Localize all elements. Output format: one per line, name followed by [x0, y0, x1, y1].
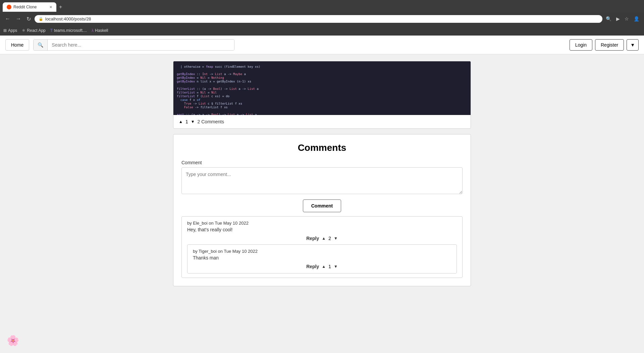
- reply-button[interactable]: Reply: [306, 236, 319, 241]
- comment-author-name: Ele_boi: [193, 221, 207, 226]
- code-line: getByIndex = Nil = Nothing: [177, 76, 467, 79]
- comment-meta: by Ele_boi on Tue May 10 2022: [187, 221, 457, 226]
- comment-actions: Reply ▲ 2 ▼: [187, 236, 457, 241]
- extensions-button[interactable]: ▶: [615, 15, 621, 22]
- new-tab-button[interactable]: +: [56, 3, 65, 11]
- bookmark-apps[interactable]: ⊞ Apps: [3, 28, 17, 33]
- vote-count: 1: [185, 119, 188, 124]
- post-card: | otherwise = fmap succ (findElement key…: [173, 61, 471, 129]
- post-image: | otherwise = fmap succ (findElement key…: [173, 61, 471, 115]
- teams-icon: T: [50, 28, 53, 33]
- code-line: filterList :: (a -> Bool) -> List a -> L…: [177, 87, 467, 91]
- nested-downvote-button[interactable]: ▼: [334, 264, 338, 269]
- code-screenshot: | otherwise = fmap succ (findElement key…: [173, 61, 471, 115]
- user-dropdown-button[interactable]: ▼: [627, 39, 639, 51]
- back-button[interactable]: ←: [3, 15, 12, 22]
- bookmark-teams[interactable]: T teams.microsoft....: [50, 28, 87, 33]
- lock-icon: 🔒: [39, 17, 43, 21]
- code-line: [177, 83, 467, 87]
- active-tab[interactable]: Reddit Clone ✕: [3, 2, 56, 12]
- profile-button[interactable]: 👤: [632, 15, 641, 22]
- code-line: case f x of: [177, 98, 467, 102]
- code-line: True -> List c $ filterList f xs: [177, 102, 467, 105]
- comment-label: Comment: [181, 160, 463, 165]
- comment-submit-button[interactable]: Comment: [303, 199, 341, 212]
- tab-title: Reddit Clone: [13, 5, 37, 9]
- reload-button[interactable]: ↻: [25, 15, 33, 23]
- comment-textarea[interactable]: [181, 167, 463, 194]
- reply-actions: Reply ▲ 1 ▼: [193, 264, 451, 269]
- haskell-icon: λ: [92, 28, 94, 33]
- app-header: Home 🔍 Login Register ▼: [0, 36, 644, 54]
- comment-author: by: [187, 221, 193, 226]
- search-input[interactable]: [48, 40, 234, 50]
- code-line: sort :: (a -> a -> Bool) -> List a -> Li…: [177, 113, 467, 115]
- comments-title: Comments: [181, 142, 463, 153]
- reply-author-name: Tiger_boi: [199, 249, 217, 254]
- nested-vote-count: 1: [328, 264, 331, 269]
- search-button[interactable]: 🔍: [34, 40, 48, 50]
- nested-reply-button[interactable]: Reply: [306, 264, 319, 269]
- browser-tabs: Reddit Clone ✕ +: [0, 0, 644, 12]
- code-line: getByIndex n list x = getByIndex (n-1) x…: [177, 80, 467, 83]
- bookmark-button[interactable]: ☆: [623, 15, 630, 22]
- auth-buttons: Login Register ▼: [570, 39, 639, 51]
- comment-count: 2 Comments: [198, 119, 224, 124]
- comment-date: Tue May 10 2022: [215, 221, 249, 226]
- browser-controls: ← → ↻ 🔒 localhost:4000/posts/28 🔍 ▶ ☆ 👤: [0, 12, 644, 25]
- comment-upvote-button[interactable]: ▲: [322, 236, 326, 241]
- comments-card: Comments Comment Comment by Ele_boi on T…: [173, 134, 471, 286]
- tab-favicon: [7, 5, 11, 9]
- forward-button[interactable]: →: [14, 15, 23, 22]
- tab-close-button[interactable]: ✕: [49, 5, 52, 9]
- code-line: | otherwise = fmap succ (findElement key…: [177, 65, 467, 68]
- reply-body: Thanks man: [193, 255, 451, 260]
- reply-meta: by Tiger_boi on Tue May 10 2022: [193, 249, 451, 254]
- search-container: 🔍: [33, 39, 234, 51]
- reply-author-prefix: by: [193, 249, 199, 254]
- bookmarks-bar: ⊞ Apps ⚛ React App T teams.microsoft....…: [0, 25, 644, 36]
- bookmark-haskell[interactable]: λ Haskell: [92, 28, 108, 33]
- downvote-button[interactable]: ▼: [191, 119, 195, 124]
- reply-date: Tue May 10 2022: [224, 249, 258, 254]
- comment-item: by Ele_boi on Tue May 10 2022 Hey, that'…: [181, 216, 463, 278]
- reply-date-prefix: on: [217, 249, 224, 254]
- comment-downvote-button[interactable]: ▼: [334, 236, 338, 241]
- post-footer: ▲ 1 ▼ 2 Comments: [173, 115, 471, 128]
- main-content: | otherwise = fmap succ (findElement key…: [168, 54, 476, 293]
- comment-date-prefix: on: [208, 221, 215, 226]
- url-text: localhost:4000/posts/28: [45, 16, 91, 21]
- code-line: False -> filterList f xs: [177, 106, 467, 109]
- browser-actions: 🔍 ▶ ☆ 👤: [604, 15, 641, 22]
- address-bar[interactable]: 🔒 localhost:4000/posts/28: [35, 15, 602, 23]
- home-button[interactable]: Home: [5, 39, 29, 51]
- apps-icon: ⊞: [3, 28, 7, 33]
- upvote-button[interactable]: ▲: [179, 119, 183, 124]
- zoom-button[interactable]: 🔍: [604, 15, 613, 22]
- register-button[interactable]: Register: [595, 39, 624, 51]
- browser-chrome: Reddit Clone ✕ + ← → ↻ 🔒 localhost:4000/…: [0, 0, 644, 36]
- code-line: [177, 69, 467, 72]
- comment-vote-count: 2: [328, 236, 331, 241]
- code-line: filterList = Nil = Nil: [177, 91, 467, 94]
- comment-body: Hey, that's really cool!: [187, 227, 457, 232]
- nested-upvote-button[interactable]: ▲: [322, 264, 326, 269]
- nested-comment: by Tiger_boi on Tue May 10 2022 Thanks m…: [187, 244, 457, 274]
- code-line: getByIndex :: Int -> List a -> Maybe a: [177, 72, 467, 76]
- login-button[interactable]: Login: [570, 39, 592, 51]
- react-icon: ⚛: [22, 28, 25, 33]
- flower-decoration: 🌸: [7, 335, 19, 346]
- code-line: filterList f (List c xs) = do: [177, 95, 467, 98]
- bookmark-react[interactable]: ⚛ React App: [22, 28, 45, 33]
- code-line: [177, 109, 467, 113]
